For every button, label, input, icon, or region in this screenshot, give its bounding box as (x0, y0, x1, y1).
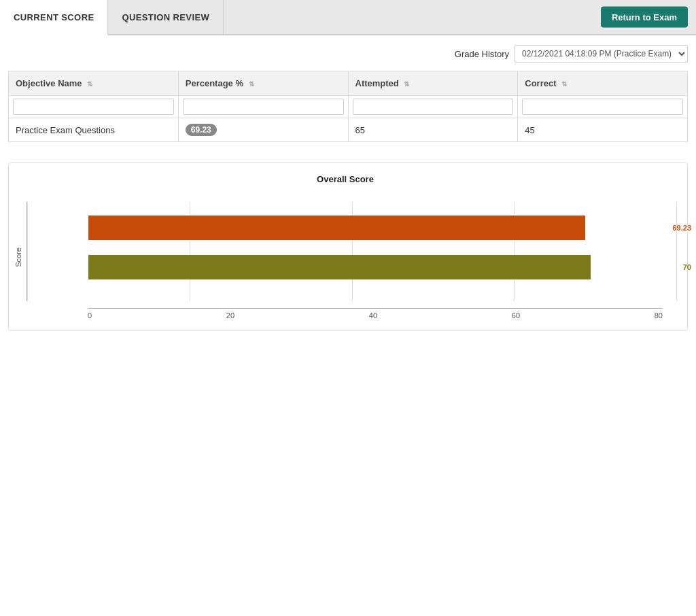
filter-input-correct[interactable] (522, 99, 683, 115)
grade-history-row: Grade History 02/12/2021 04:18:09 PM (Pr… (8, 45, 688, 63)
sort-icon-objective[interactable]: ⇅ (87, 80, 92, 88)
chart-title: Overall Score (14, 174, 676, 184)
chart-container: Overall Score Score Your Percentage69.23… (8, 162, 688, 331)
bar-container-area: Your Percentage69.23Required Perce...70 (27, 195, 676, 308)
x-axis-tick: 20 (226, 311, 234, 320)
gridline (27, 202, 28, 301)
x-axis-tick: 60 (512, 311, 520, 320)
percentage-badge: 69.23 (186, 124, 217, 136)
tab-bar: CURRENT SCORE QUESTION REVIEW Return to … (0, 0, 696, 35)
table-header-row: Objective Name ⇅ Percentage % ⇅ Attempte… (9, 71, 688, 96)
bar-row: Required Perce...70 (88, 255, 663, 279)
cell-attempted: 65 (348, 118, 518, 142)
chart-inner: Your Percentage69.23Required Perce...70 … (27, 195, 676, 320)
chart-area: Score Your Percentage69.23Required Perce… (14, 195, 676, 320)
bar-fill (88, 255, 591, 279)
sort-icon-percentage[interactable]: ⇅ (249, 80, 254, 88)
cell-correct: 45 (518, 118, 688, 142)
grade-history-label: Grade History (455, 49, 509, 59)
col-header-attempted: Attempted ⇅ (348, 71, 518, 96)
table-row: Practice Exam Questions 69.23 65 45 (9, 118, 688, 142)
x-axis: 020406080 (88, 308, 663, 320)
tab-current-score[interactable]: CURRENT SCORE (0, 0, 108, 35)
tab-question-review[interactable]: QUESTION REVIEW (108, 0, 224, 34)
x-axis-tick: 40 (369, 311, 377, 320)
x-axis-tick: 0 (88, 311, 92, 320)
filter-row (9, 96, 688, 118)
gridline (676, 202, 677, 301)
filter-input-percentage[interactable] (183, 99, 344, 115)
bar-value-label: 69.23 (672, 224, 691, 232)
bars-area: Your Percentage69.23Required Perce...70 (27, 202, 676, 301)
x-axis-tick: 80 (655, 311, 663, 320)
chart-y-label: Score (14, 247, 22, 267)
cell-percentage: 69.23 (178, 118, 348, 142)
bar-fill (88, 216, 585, 240)
bar-value-label: 70 (683, 263, 691, 271)
grade-history-select[interactable]: 02/12/2021 04:18:09 PM (Practice Exam) (515, 45, 688, 63)
main-content: Grade History 02/12/2021 04:18:09 PM (Pr… (0, 35, 696, 616)
filter-input-attempted[interactable] (353, 99, 514, 115)
col-header-correct: Correct ⇅ (518, 71, 688, 96)
bar-row: Your Percentage69.23 (88, 216, 663, 240)
sort-icon-correct[interactable]: ⇅ (561, 80, 567, 88)
sort-icon-attempted[interactable]: ⇅ (404, 80, 409, 88)
cell-objective-name: Practice Exam Questions (9, 118, 179, 142)
col-header-percentage: Percentage % ⇅ (178, 71, 348, 96)
score-table: Objective Name ⇅ Percentage % ⇅ Attempte… (8, 71, 688, 142)
filter-input-objective[interactable] (13, 99, 174, 115)
col-header-objective-name: Objective Name ⇅ (9, 71, 179, 96)
return-to-exam-button[interactable]: Return to Exam (601, 7, 688, 28)
